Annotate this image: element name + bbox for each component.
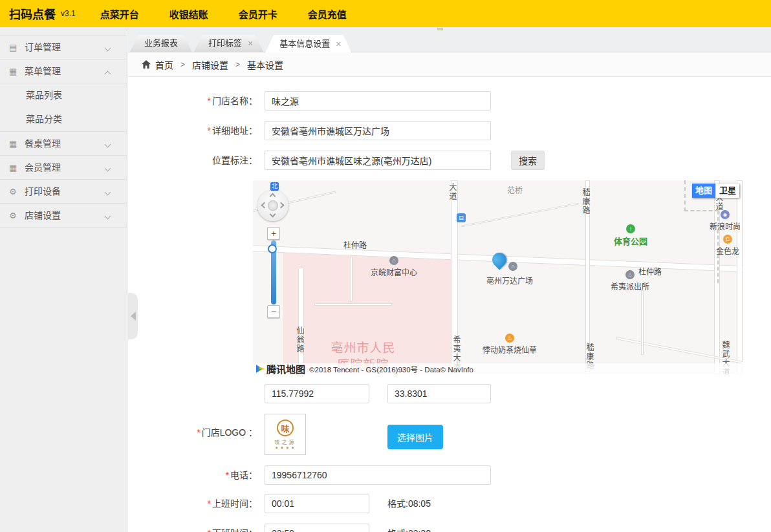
pan-down-icon[interactable] [270,211,276,218]
zoom-in-button[interactable]: + [267,227,280,240]
map-type-satellite-button[interactable]: 卫星 [715,184,739,198]
police-icon: ⌂ [625,270,635,279]
work-end-format-hint: 格式:23:30 [387,524,431,532]
bank-icon: ⌂ [508,262,517,271]
app-title: 扫码点餐 [9,5,56,22]
map-label-text: 亳州万达广场 [486,275,533,286]
map-type-toggle: 地图 卫星 [692,184,739,198]
sidebar-collapse-handle[interactable] [128,293,138,339]
pan-center-knob[interactable] [268,200,278,211]
search-button[interactable]: 搜索 [511,151,545,170]
sidebar-menu: ▤订单管理▦菜单管理菜品列表菜品分类▦餐桌管理▦会员管理⚙打印设备⚙店铺设置 [0,35,127,228]
work-start-input[interactable] [265,494,369,513]
main-area: 业务报表打印标签×基本信息设置× 首页 > 店铺设置 > 基本设置 *门店名称：… [128,27,771,532]
zoom-out-button[interactable]: − [267,305,280,318]
zoom-slider-track[interactable] [271,240,276,304]
app-version: v3.1 [61,9,76,18]
form-row-address: *详细地址： [128,121,771,140]
pan-left-icon[interactable] [261,202,268,209]
latitude-input[interactable] [387,384,491,403]
breadcrumb-store-settings[interactable]: 店铺设置 [192,58,228,71]
map-label: ⊟ [457,213,466,224]
location-input[interactable] [265,151,491,170]
map-row: 大道范桥嵇康路⊟↑体育公园◈新浪时尚C金色龙大道杜仲路杜仲路⌂京皖财富中心⌂亳州… [253,180,771,374]
basic-settings-form: *门店名称： *详细地址： 位置标注： 搜索 [128,77,771,532]
sidebar-subitem-dish-category[interactable]: 菜品分类 [0,107,127,131]
tab-label: 打印标签 [208,35,242,52]
home-icon [142,60,151,69]
work-start-label: *上班时间： [128,494,257,513]
map-zoom-control: + − [267,227,280,318]
chevron-down-icon [105,213,111,220]
map-pin-marker[interactable] [489,250,509,270]
store-name-input[interactable] [265,91,491,111]
form-row-location: 位置标注： 搜索 [128,151,771,170]
sidebar-item-store-settings[interactable]: ⚙店铺设置 [0,204,127,228]
map-label: ⌂希夷派出所 [611,270,649,292]
map-attribution: 腾讯地图 ©2018 Tencent - GS(2016)930号 - Data… [253,363,743,374]
store-name-label: *门店名称： [128,91,257,111]
breadcrumb-home[interactable]: 首页 [155,58,173,71]
sidebar-item-table-mgmt[interactable]: ▦餐桌管理 [0,132,127,156]
bus-icon: ⊟ [457,213,466,222]
sidebar-item-member-mgmt[interactable]: ▦会员管理 [0,156,127,180]
address-input[interactable] [265,121,491,140]
sidebar-item-printer[interactable]: ⚙打印设备 [0,180,127,204]
choose-image-button[interactable]: 选择图片 [387,425,443,449]
north-badge: 北 [270,182,279,191]
topbar: 扫码点餐 v3.1 点菜开台收银结账会员开卡会员充值 [0,0,771,27]
sidebar-item-label: 餐桌管理 [25,138,61,149]
form-row-coordinates [128,384,771,403]
tab-report[interactable]: 业务报表 [130,35,192,52]
tencent-maps-wordmark: 腾讯地图 [266,362,305,374]
tab-bar: 业务报表打印标签×基本信息设置× [128,27,771,52]
map-hospital-area [283,253,453,374]
chevron-down-icon [105,189,111,196]
map-pan-control[interactable]: 北 [257,190,288,221]
map-copyright: ©2018 Tencent - GS(2016)930号 - Data© Nav… [309,364,473,374]
map-label: ↑体育公园 [614,224,647,247]
sidebar-item-label: 打印设备 [25,186,61,197]
chevron-up-icon [105,71,111,78]
zoom-slider-handle[interactable] [268,244,277,253]
phone-label: *电话： [128,465,257,485]
pan-right-icon[interactable] [278,202,285,209]
longitude-input[interactable] [265,384,369,403]
park-icon: ↑ [626,224,635,233]
form-row-logo: *门店LOGO ： 味 味之源 ■ ■ ■ ■ 选择图片 [128,414,771,455]
breadcrumb: 首页 > 店铺设置 > 基本设置 [128,52,771,77]
sidebar-item-label: 菜单管理 [25,66,61,76]
tab-print-label[interactable]: 打印标签× [194,35,263,52]
tab-basic-info[interactable]: 基本信息设置× [265,35,351,52]
chevron-down-icon [105,45,111,52]
form-row-phone: *电话： [128,465,771,485]
topbar-nav-order-open[interactable]: 点菜开台 [100,7,139,21]
map-label-text: 体育公园 [614,235,647,247]
tab-label: 基本信息设置 [279,36,330,52]
work-end-input[interactable] [265,524,369,532]
sidebar-item-label: 会员管理 [25,162,61,173]
store-gear-icon: ⚙ [9,204,21,228]
sidebar-item-orders[interactable]: ▤订单管理 [0,36,127,59]
map-label: 范桥 [507,184,523,195]
members-icon: ▦ [9,156,21,180]
breadcrumb-separator: > [235,60,240,69]
close-icon[interactable]: × [248,39,253,48]
sidebar-item-menu-mgmt[interactable]: ▦菜单管理 [0,59,127,83]
pan-up-icon[interactable] [270,193,276,200]
topbar-nav-member-card[interactable]: 会员开卡 [239,7,277,21]
drink-icon: ♨ [505,334,514,343]
mini-handle-icon [437,28,443,30]
map-label: 亳州万达广场 [486,275,533,286]
sidebar: ▤订单管理▦菜单管理菜品列表菜品分类▦餐桌管理▦会员管理⚙打印设备⚙店铺设置 [0,27,127,532]
topbar-nav-member-recharge[interactable]: 会员充值 [308,7,347,21]
map-label: ⌂ [508,262,517,272]
map-type-map-button[interactable]: 地图 [692,184,715,198]
close-icon[interactable]: × [336,39,341,48]
sidebar-item-label: 订单管理 [25,42,61,52]
map[interactable]: 大道范桥嵇康路⊟↑体育公园◈新浪时尚C金色龙大道杜仲路杜仲路⌂京皖财富中心⌂亳州… [253,180,743,374]
phone-input[interactable] [265,465,491,485]
topbar-nav-cashier[interactable]: 收银结账 [169,7,208,21]
sidebar-subitem-dish-list[interactable]: 菜品列表 [0,83,127,107]
shop-icon: C [723,235,732,244]
